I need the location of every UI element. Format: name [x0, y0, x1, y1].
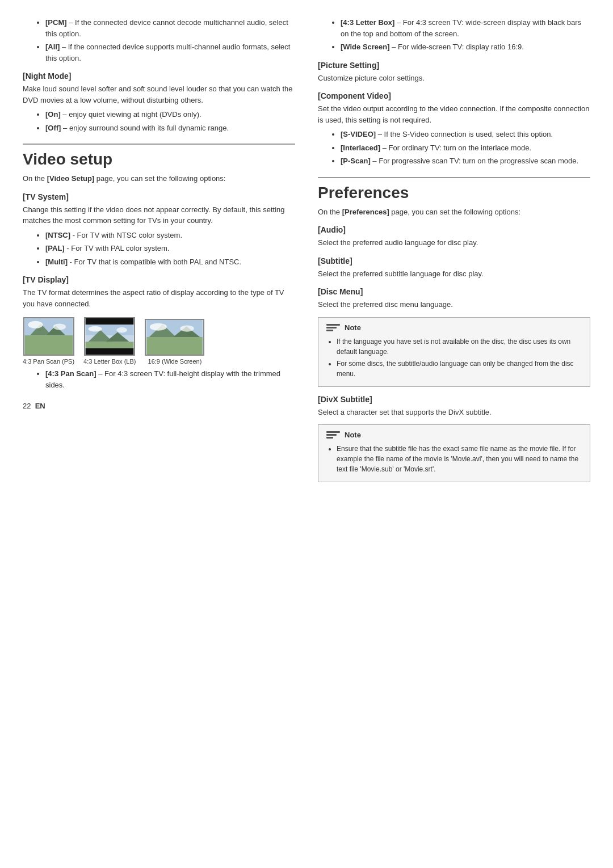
note-header-2: Note — [326, 431, 582, 439]
note-header-1: Note — [326, 323, 582, 332]
note-item: Ensure that the subtitle file has the ex… — [337, 444, 582, 474]
divx-subtitle-heading: [DivX Subtitle] — [318, 395, 590, 404]
multi-text: - For TV that is compatible with both PA… — [70, 258, 242, 266]
pcm-label: [PCM] — [45, 18, 67, 27]
all-label: [All] — [45, 43, 60, 51]
note-icon-1 — [326, 324, 340, 331]
video-setup-intro: On the [Video Setup] page, you can set t… — [23, 173, 295, 184]
svideo-label: [S-VIDEO] — [341, 130, 376, 138]
tv-display-description: The TV format determines the aspect rati… — [23, 287, 295, 309]
video-setup-intro-bold: [Video Setup] — [47, 174, 95, 183]
preferences-intro-bold: [Preferences] — [342, 208, 389, 216]
pan-scan-label: [4:3 Pan Scan] — [45, 369, 96, 378]
svideo-text: – If the S-Video connection is used, sel… — [378, 130, 553, 138]
svg-point-22 — [180, 325, 194, 331]
picture-setting-heading: [Picture Setting] — [318, 61, 590, 70]
tv-display-heading: [TV Display] — [23, 275, 295, 284]
subtitle-heading: [Subtitle] — [318, 256, 590, 266]
interlaced-text: – For ordinary TV: turn on the interlace… — [383, 144, 531, 152]
off-label: [Off] — [45, 124, 61, 132]
svg-point-5 — [28, 321, 43, 328]
off-text: – enjoy surround sound with its full dyn… — [63, 124, 229, 132]
list-item: [4:3 Pan Scan] – For 4:3 screen TV: full… — [45, 368, 295, 390]
svg-rect-8 — [86, 318, 134, 325]
svg-rect-13 — [86, 342, 134, 348]
note-box-2: Note Ensure that the subtitle file has t… — [318, 424, 590, 482]
disc-menu-heading: [Disc Menu] — [318, 287, 590, 296]
wide-screen-label: [Wide Screen] — [341, 43, 390, 51]
video-setup-heading: Video setup — [23, 150, 295, 168]
section-divider — [23, 144, 295, 145]
svg-point-21 — [150, 323, 167, 331]
note-item: For some discs, the subtitle/audio langu… — [337, 359, 582, 379]
svg-point-14 — [89, 326, 102, 331]
svg-point-6 — [53, 323, 66, 330]
note-list-1: If the language you have set is not avai… — [337, 336, 582, 379]
svg-point-15 — [117, 327, 128, 332]
night-mode-list: [On] – enjoy quiet viewing at night (DVD… — [45, 109, 295, 133]
tv-screen-ps — [23, 317, 74, 356]
tv-screen-ws — [145, 319, 204, 356]
note-title-1: Note — [345, 323, 361, 332]
pal-label: [PAL] — [45, 244, 65, 252]
letter-box-label: [4:3 Letter Box] — [341, 18, 394, 27]
interlaced-label: [Interlaced] — [341, 144, 380, 152]
list-item: [Multi] - For TV that is compatible with… — [45, 256, 295, 268]
audio-format-list: [PCM] – If the connected device cannot d… — [45, 17, 295, 64]
svg-rect-4 — [24, 335, 73, 355]
list-item: [Interlaced] – For ordinary TV: turn on … — [341, 142, 590, 154]
tv-label-ws: 16:9 (Wide Screen) — [148, 358, 202, 365]
disc-menu-description: Select the preferred disc menu language. — [318, 299, 590, 310]
list-item: [P-Scan] – For progressive scan TV: turn… — [341, 155, 590, 167]
on-label: [On] — [45, 110, 61, 119]
all-text: – If the connected device supports multi… — [45, 43, 290, 62]
list-item: [PCM] – If the connected device cannot d… — [45, 17, 295, 39]
note-list-2: Ensure that the subtitle file has the ex… — [337, 444, 582, 474]
multi-label: [Multi] — [45, 258, 68, 266]
ntsc-text: - For TV with NTSC color system. — [73, 231, 182, 239]
audio-description: Select the preferred audio language for … — [318, 237, 590, 248]
component-video-description: Set the video output according to the vi… — [318, 103, 590, 125]
list-item: [S-VIDEO] – If the S-Video connection is… — [341, 129, 590, 140]
list-item: [On] – enjoy quiet viewing at night (DVD… — [45, 109, 295, 120]
preferences-heading: Preferences — [318, 184, 590, 202]
page-num: 22 — [23, 402, 31, 410]
night-mode-description: Make loud sound level softer and soft so… — [23, 83, 295, 106]
tv-image-ws: 16:9 (Wide Screen) — [145, 319, 204, 365]
tv-label-ps: 4:3 Pan Scan (PS) — [23, 358, 74, 365]
list-item: [NTSC] - For TV with NTSC color system. — [45, 230, 295, 241]
divx-subtitle-description: Select a character set that supports the… — [318, 407, 590, 418]
tv-image-ps: 4:3 Pan Scan (PS) — [23, 317, 74, 365]
tv-system-list: [NTSC] - For TV with NTSC color system. … — [45, 230, 295, 268]
list-item: [Off] – enjoy surround sound with its fu… — [45, 123, 295, 134]
note-box-1: Note If the language you have set is not… — [318, 317, 590, 387]
right-column: [4:3 Letter Box] – For 4:3 screen TV: wi… — [318, 17, 590, 489]
left-column: [PCM] – If the connected device cannot d… — [23, 17, 295, 489]
subtitle-description: Select the preferred subtitle language f… — [318, 268, 590, 280]
ntsc-label: [NTSC] — [45, 231, 70, 239]
svg-rect-9 — [86, 348, 134, 355]
note-title-2: Note — [345, 431, 361, 439]
note-icon-2 — [326, 431, 340, 439]
on-text: – enjoy quiet viewing at night (DVDs onl… — [62, 110, 201, 119]
list-item: [Wide Screen] – For wide-screen TV: disp… — [341, 41, 590, 53]
page-number: 22 EN — [23, 402, 295, 410]
preferences-divider — [318, 177, 590, 178]
preferences-intro: On the [Preferences] page, you can set t… — [318, 207, 590, 218]
list-item: [4:3 Letter Box] – For 4:3 screen TV: wi… — [341, 17, 590, 39]
page-layout: [PCM] – If the connected device cannot d… — [23, 17, 590, 489]
component-video-list: [S-VIDEO] – If the S-Video connection is… — [341, 129, 590, 167]
tv-screen-lb — [84, 317, 135, 356]
tv-display-cont-list: [4:3 Letter Box] – For 4:3 screen TV: wi… — [341, 17, 590, 53]
tv-label-lb: 4:3 Letter Box (LB) — [83, 358, 136, 365]
tv-system-heading: [TV System] — [23, 192, 295, 201]
list-item: [PAL] - For TV with PAL color system. — [45, 243, 295, 254]
note-item: If the language you have set is not avai… — [337, 336, 582, 357]
pcm-text: – If the connected device cannot decode … — [45, 18, 288, 38]
pscan-text: – For progressive scan TV: turn on the p… — [372, 157, 578, 165]
list-item: [All] – If the connected device supports… — [45, 41, 295, 64]
night-mode-heading: [Night Mode] — [23, 71, 295, 81]
component-video-heading: [Component Video] — [318, 91, 590, 100]
tv-images: 4:3 Pan Scan (PS) — [23, 317, 295, 365]
pal-text: - For TV with PAL color system. — [66, 244, 169, 252]
